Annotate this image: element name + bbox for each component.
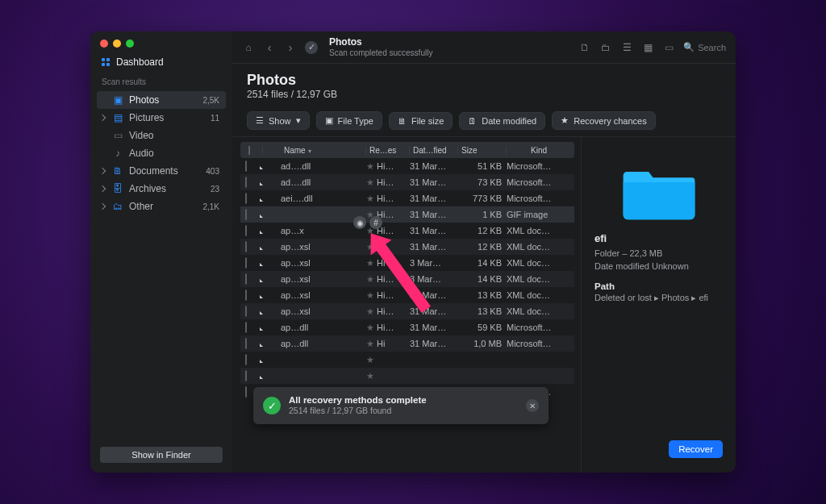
filter-recovery-chances[interactable]: ★ Recovery chances: [552, 111, 656, 130]
chevron-right-icon: [99, 150, 106, 156]
sidebar-item-other[interactable]: 🗂Other2,1K: [97, 198, 226, 215]
back-button[interactable]: ‹: [263, 41, 276, 54]
hash-icon[interactable]: #: [369, 216, 382, 229]
cell-name: aei….dll: [281, 194, 366, 203]
col-kind[interactable]: Kind: [507, 146, 571, 155]
row-checkbox[interactable]: [245, 241, 247, 252]
audio-icon: ♪: [113, 148, 123, 159]
cell-recovery: ★: [366, 371, 410, 381]
sidebar-item-dashboard[interactable]: Dashboard: [90, 48, 232, 74]
cell-recovery: ★: [366, 355, 410, 365]
row-checkbox[interactable]: [245, 306, 247, 317]
filter-file-size[interactable]: 🗎 File size: [389, 112, 453, 130]
cell-name: ap…xsl: [281, 242, 366, 252]
cell-kind: XML doc…: [507, 258, 571, 268]
star-icon: ★: [366, 177, 374, 187]
row-checkbox[interactable]: [245, 160, 247, 172]
table-row[interactable]: aei….dll★ Hi…31 Mar…773 KBMicrosoft…: [240, 190, 574, 206]
sidebar-item-audio[interactable]: ♪Audio: [97, 144, 226, 162]
calendar-icon: 🗓: [468, 116, 477, 126]
row-checkbox[interactable]: [245, 322, 247, 333]
row-checkbox[interactable]: [245, 386, 247, 398]
filter-file-type[interactable]: ▣ File Type: [316, 111, 382, 130]
preview-icon[interactable]: ◉: [353, 216, 366, 229]
table-header[interactable]: Name Re…es Dat…fied Size Kind: [240, 142, 574, 158]
table-row[interactable]: ★ Hi…31 Mar…1 KBGIF image: [240, 206, 574, 223]
table-row[interactable]: ap…xsl★ Hi…31 Mar…13 KBXML doc…: [240, 287, 574, 303]
table-row[interactable]: ap…xsl★ Hi3 Mar…14 KBXML doc…: [240, 255, 574, 271]
window-controls: [90, 31, 232, 48]
grid-view-icon[interactable]: ▦: [641, 41, 654, 54]
search-placeholder: Search: [698, 43, 726, 52]
breadcrumb-title: Photos: [329, 37, 432, 48]
home-icon[interactable]: ⌂: [242, 41, 255, 54]
col-date[interactable]: Dat…fied: [410, 146, 458, 155]
toast-close-button[interactable]: ✕: [526, 399, 539, 412]
filter-show-label: Show: [269, 116, 291, 126]
col-name[interactable]: Name: [281, 146, 366, 155]
cell-name: ad….dll: [281, 161, 366, 171]
minimize-icon[interactable]: [113, 40, 121, 48]
table-row[interactable]: ap…x★ Hi…31 Mar…12 KBXML doc…: [240, 223, 574, 239]
split-view-icon[interactable]: ▭: [662, 41, 675, 54]
cell-size: 1 KB: [458, 210, 507, 219]
star-icon: ★: [366, 161, 374, 171]
row-checkbox[interactable]: [245, 370, 247, 381]
row-checkbox[interactable]: [245, 257, 247, 269]
sidebar: Dashboard Scan results ▣Photos2,5K▤Pictu…: [90, 31, 232, 473]
recover-button[interactable]: Recover: [669, 440, 723, 458]
col-size[interactable]: Size: [458, 146, 507, 155]
table-row[interactable]: ad….dll★ Hi…31 Mar…51 KBMicrosoft…: [240, 158, 574, 174]
sidebar-item-video[interactable]: ▭Video: [97, 127, 226, 144]
col-checkbox[interactable]: [244, 146, 263, 155]
cell-date: 31 Mar…: [410, 323, 458, 332]
table-row[interactable]: ap…xsl★ Hi…31 Mar…13 KBXML doc…: [240, 303, 574, 319]
cell-name: ap…xsl: [281, 306, 366, 316]
chevron-right-icon: [99, 185, 106, 192]
sidebar-item-archives[interactable]: 🗄Archives23: [97, 180, 226, 198]
col-recovery[interactable]: Re…es: [366, 146, 410, 155]
dashboard-label: Dashboard: [116, 56, 164, 68]
filter-show[interactable]: ☰ Show ▾: [247, 111, 310, 130]
row-checkbox[interactable]: [245, 273, 247, 285]
inspector-panel: efi Folder – 22,3 MB Date modified Unkno…: [581, 137, 736, 473]
cell-recovery: ★ Hi…: [366, 194, 410, 204]
row-checkbox[interactable]: [245, 289, 247, 301]
folder-icon[interactable]: 🗀: [599, 41, 612, 54]
row-checkbox[interactable]: [245, 177, 247, 188]
cell-size: 12 KB: [458, 242, 507, 252]
cell-date: 31 Mar…: [410, 339, 458, 348]
search-input[interactable]: 🔍 Search: [683, 42, 726, 52]
row-checkbox[interactable]: [245, 225, 247, 236]
photo-icon: ▣: [113, 94, 123, 106]
row-checkbox[interactable]: [245, 209, 247, 220]
table-row[interactable]: ap…dll★ Hi31 Mar…1,0 MBMicrosoft…: [240, 335, 574, 352]
breadcrumb-subtitle: Scan completed successfully: [329, 48, 432, 58]
table-row[interactable]: ap…xsl★ Hi31 Mar…12 KBXML doc…: [240, 239, 574, 255]
table-row[interactable]: ap…dll★ Hi…31 Mar…59 KBMicrosoft…: [240, 319, 574, 335]
forward-button[interactable]: ›: [284, 41, 297, 54]
new-file-icon[interactable]: 🗋: [578, 41, 591, 54]
table-row[interactable]: ★: [240, 352, 574, 368]
close-icon[interactable]: [100, 40, 108, 48]
sidebar-item-documents[interactable]: 🗎Documents403: [97, 162, 226, 180]
table-row[interactable]: ap…xsl★ Hi…3 Mar…14 KBXML doc…: [240, 271, 574, 287]
chevron-right-icon: [99, 115, 106, 121]
sidebar-item-pictures[interactable]: ▤Pictures11: [97, 109, 226, 127]
cell-size: 14 KB: [458, 274, 507, 284]
row-checkbox[interactable]: [245, 193, 247, 204]
list-view-icon[interactable]: ☰: [620, 41, 633, 54]
star-icon: ★: [366, 274, 374, 284]
maximize-icon[interactable]: [126, 40, 134, 48]
cell-recovery: ★ Hi…: [366, 177, 410, 188]
filter-date-modified[interactable]: 🗓 Date modified: [459, 112, 545, 130]
cell-size: 13 KB: [458, 290, 507, 300]
row-checkbox[interactable]: [245, 354, 247, 365]
star-icon: ★: [366, 258, 374, 268]
inspector-name: efi: [594, 232, 723, 244]
table-row[interactable]: ★: [240, 368, 574, 384]
show-in-finder-button[interactable]: Show in Finder: [100, 447, 223, 463]
sidebar-item-photos[interactable]: ▣Photos2,5K: [97, 91, 226, 109]
table-row[interactable]: ad….dll★ Hi…31 Mar…73 KBMicrosoft…: [240, 174, 574, 190]
row-checkbox[interactable]: [245, 338, 247, 349]
